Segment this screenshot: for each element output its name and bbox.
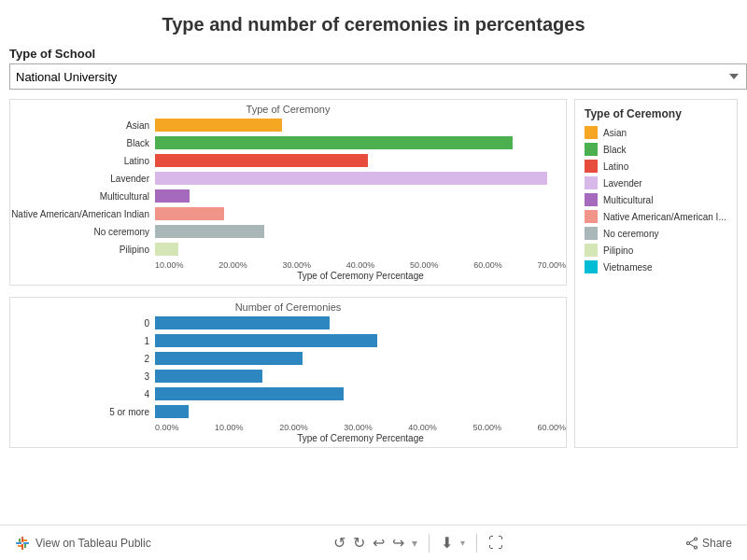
bar-area [155, 136, 558, 149]
charts-wrapper: Type of Ceremony AsianBlackLatinoLavende… [0, 95, 747, 448]
table-row: Asian [10, 117, 558, 133]
bottom-chart-title: Number of Ceremonies [10, 301, 566, 313]
svg-rect-5 [24, 544, 26, 548]
bar-label: 4 [10, 389, 155, 399]
svg-line-11 [689, 539, 694, 542]
bar-label: 1 [10, 336, 155, 346]
dropdown-arrow-icon[interactable]: ▾ [412, 537, 417, 550]
bar-label: Latino [10, 156, 155, 166]
bar-fill [155, 172, 547, 185]
school-type-dropdown[interactable]: National UniversityLiberal ArtsPublicPri… [9, 63, 747, 90]
share-button[interactable]: Share [685, 537, 732, 550]
legend-color-swatch [585, 210, 598, 223]
bar-fill [155, 207, 224, 220]
list-item: Latino [585, 160, 727, 173]
view-on-tableau-link[interactable]: View on Tableau Public [35, 537, 151, 550]
x-axis-label: 60.00% [473, 260, 502, 270]
dropdown-arrow2-icon[interactable]: ▾ [460, 538, 465, 548]
svg-point-10 [686, 541, 689, 544]
bar-fill [155, 334, 377, 347]
table-row: Pilipino [10, 241, 558, 258]
table-row: 1 [10, 332, 558, 349]
bar-area [155, 172, 558, 185]
bar-label: 3 [10, 371, 155, 382]
tableau-logo-icon [15, 536, 30, 551]
legend-color-swatch [585, 260, 598, 273]
legend-color-swatch [585, 193, 598, 206]
bar-fill [155, 136, 513, 149]
x-axis-label: 50.00% [472, 423, 501, 432]
x-axis-label: 20.00% [218, 260, 247, 270]
x-axis-label: 50.00% [410, 260, 439, 270]
legend-item-label: Asian [603, 128, 627, 138]
legend-color-swatch [585, 160, 598, 173]
redo2-icon[interactable]: ↪ [392, 534, 404, 552]
dropdown-label: Type of School [9, 47, 738, 61]
undo2-icon[interactable]: ↩ [373, 534, 385, 552]
legend-item-label: Black [603, 145, 626, 155]
top-chart-title: Type of Ceremony [10, 104, 566, 115]
fullscreen-icon[interactable]: ⛶ [488, 535, 503, 552]
list-item: Multicultural [585, 193, 727, 206]
x-axis-label: 30.00% [344, 423, 373, 432]
bar-label: Black [10, 138, 155, 148]
list-item: No ceremony [585, 227, 727, 240]
bar-area [155, 352, 558, 365]
undo-icon[interactable]: ↺ [333, 534, 345, 552]
legend-item-label: Lavender [603, 178, 642, 189]
svg-rect-3 [23, 542, 29, 544]
bar-fill [155, 387, 344, 400]
svg-rect-4 [19, 539, 21, 542]
bar-label: 0 [10, 318, 155, 329]
bar-area [155, 334, 558, 347]
bar-fill [155, 243, 178, 256]
svg-point-8 [694, 538, 697, 540]
list-item: Native American/American I... [585, 210, 727, 223]
bar-fill [155, 225, 264, 238]
legend-title: Type of Ceremony [585, 107, 727, 120]
bar-label: 5 or more [10, 407, 155, 417]
svg-rect-0 [21, 537, 23, 542]
table-row: 2 [10, 350, 558, 367]
legend-item-label: No ceremony [603, 229, 658, 239]
table-row: Native American/American Indian [10, 205, 558, 222]
bar-area [155, 119, 558, 132]
page-title: Type and number of ceremonies in percent… [0, 0, 747, 43]
redo-icon[interactable]: ↻ [353, 534, 365, 552]
footer: View on Tableau Public ↺ ↻ ↩ ↪ ▾ ⬇ ▾ ⛶ [0, 525, 747, 560]
bar-area [155, 154, 558, 167]
legend-item-label: Latino [603, 161, 628, 172]
bar-area [155, 243, 558, 256]
x-axis-label: 20.00% [279, 423, 308, 432]
download-icon[interactable]: ⬇ [441, 534, 453, 552]
bar-label: 2 [10, 354, 155, 364]
x-axis-label: 30.00% [282, 260, 311, 270]
list-item: Asian [585, 126, 727, 139]
svg-rect-6 [18, 545, 21, 547]
bar-label: No ceremony [10, 227, 155, 237]
svg-point-9 [694, 546, 697, 549]
bar-area [155, 207, 558, 220]
legend-color-swatch [585, 244, 598, 257]
bottom-chart-box: Number of Ceremonies 012345 or more 0.00… [9, 297, 567, 448]
bar-fill [155, 316, 330, 329]
bar-fill [155, 370, 262, 383]
bar-area [155, 189, 558, 203]
table-row: No ceremony [10, 223, 558, 240]
table-row: Multicultural [10, 188, 558, 204]
bar-fill [155, 352, 303, 365]
bar-fill [155, 189, 190, 203]
bar-label: Asian [10, 120, 155, 131]
bar-fill [155, 154, 368, 167]
bar-label: Multicultural [10, 191, 155, 202]
bottom-x-axis-title: Type of Ceremony Percentage [10, 433, 566, 443]
table-row: 4 [10, 385, 558, 402]
top-bar-chart: AsianBlackLatinoLavenderMulticulturalNat… [10, 117, 566, 259]
legend-color-swatch [585, 227, 598, 240]
legend-box: Type of Ceremony AsianBlackLatinoLavende… [574, 99, 738, 448]
table-row: 5 or more [10, 403, 558, 420]
footer-controls: ↺ ↻ ↩ ↪ ▾ ⬇ ▾ ⛶ [333, 534, 503, 553]
top-x-axis-labels: 10.00%20.00%30.00%40.00%50.00%60.00%70.0… [10, 260, 566, 270]
svg-rect-1 [21, 544, 23, 550]
footer-divider [429, 534, 430, 553]
